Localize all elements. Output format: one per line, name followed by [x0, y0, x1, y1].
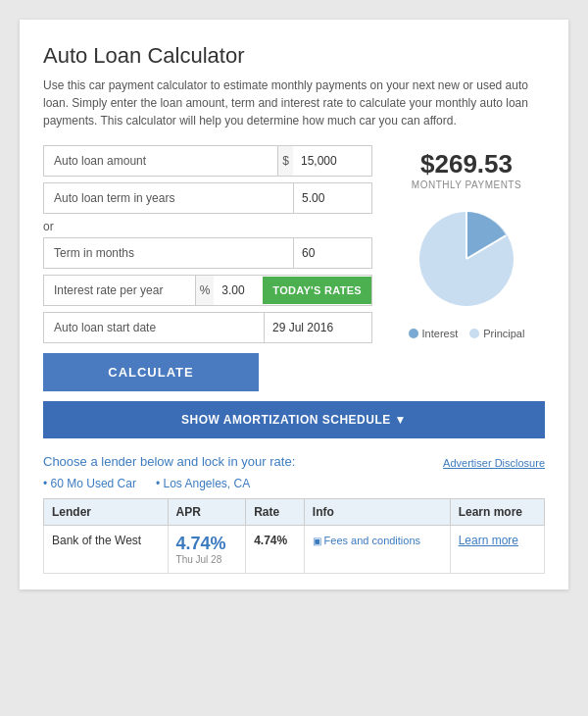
- loan-term-years-row: Auto loan term in years: [43, 182, 372, 214]
- interest-color-dot: [409, 329, 418, 338]
- term-months-input[interactable]: [293, 238, 371, 268]
- lender-section: Choose a lender below and lock in your r…: [43, 454, 545, 574]
- apr-value: 4.74%: [176, 534, 226, 553]
- lender-header: Choose a lender below and lock in your r…: [43, 454, 545, 469]
- col-rate: Rate: [246, 499, 305, 526]
- filter-60mo[interactable]: 60 Mo Used Car: [43, 477, 136, 490]
- dollar-symbol: $: [277, 146, 293, 176]
- term-months-label: Term in months: [44, 238, 293, 268]
- filter-location[interactable]: Los Angeles, CA: [156, 477, 250, 490]
- loan-amount-input[interactable]: [293, 146, 371, 176]
- chart-legend: Interest Principal: [409, 328, 525, 339]
- interest-legend: Interest: [409, 328, 459, 339]
- start-date-label: Auto loan start date: [44, 313, 264, 342]
- interest-rate-row: Interest rate per year % TODAY'S RATES: [43, 275, 372, 306]
- monthly-amount: $269.53: [420, 149, 513, 179]
- calculate-button[interactable]: CALCULATE: [43, 353, 259, 391]
- lender-title: Choose a lender below and lock in your r…: [43, 454, 295, 469]
- lender-apr: 4.74% Thu Jul 28: [168, 526, 246, 574]
- percent-symbol: %: [195, 276, 215, 305]
- col-learn-more: Learn more: [450, 499, 544, 526]
- page-description: Use this car payment calculator to estim…: [43, 77, 545, 129]
- result-panel: $269.53 MONTHLY PAYMENTS: [388, 145, 545, 391]
- col-info: Info: [304, 499, 450, 526]
- filter-row: 60 Mo Used Car Los Angeles, CA: [43, 477, 545, 490]
- auto-loan-calculator: Auto Loan Calculator Use this car paymen…: [20, 20, 568, 589]
- start-date-input[interactable]: [264, 313, 371, 342]
- advertiser-disclosure-link[interactable]: Advertiser Disclosure: [443, 457, 545, 469]
- loan-amount-label: Auto loan amount: [44, 146, 277, 176]
- form-section: Auto loan amount $ Auto loan term in yea…: [43, 145, 372, 391]
- loan-term-years-input[interactable]: [293, 183, 371, 213]
- principal-color-dot: [469, 329, 479, 338]
- or-label: or: [43, 220, 372, 233]
- page-title: Auto Loan Calculator: [43, 43, 545, 69]
- main-content: Auto loan amount $ Auto loan term in yea…: [43, 145, 545, 391]
- col-apr: APR: [168, 499, 246, 526]
- principal-legend-label: Principal: [483, 328, 524, 339]
- pie-chart: [408, 200, 525, 318]
- todays-rates-button[interactable]: TODAY'S RATES: [263, 277, 371, 304]
- lender-learn-more: Learn more: [450, 526, 544, 574]
- monthly-label: MONTHLY PAYMENTS: [412, 179, 521, 190]
- principal-legend: Principal: [469, 328, 524, 339]
- interest-legend-label: Interest: [422, 328, 459, 339]
- fees-link[interactable]: Fees and conditions: [313, 535, 420, 546]
- lender-table: Lender APR Rate Info Learn more Bank of …: [43, 498, 545, 574]
- interest-rate-label: Interest rate per year: [44, 276, 195, 305]
- start-date-row: Auto loan start date: [43, 312, 372, 343]
- learn-more-link[interactable]: Learn more: [459, 534, 518, 547]
- lender-name: Bank of the West: [44, 526, 169, 574]
- loan-term-years-label: Auto loan term in years: [44, 183, 293, 213]
- interest-rate-input[interactable]: [214, 276, 263, 305]
- col-lender: Lender: [44, 499, 169, 526]
- table-row: Bank of the West 4.74% Thu Jul 28 4.74% …: [44, 526, 545, 574]
- amortization-button[interactable]: SHOW AMORTIZATION SCHEDULE ▼: [43, 401, 545, 438]
- loan-amount-row: Auto loan amount $: [43, 145, 372, 177]
- term-months-row: Term in months: [43, 237, 372, 269]
- table-header-row: Lender APR Rate Info Learn more: [44, 499, 545, 526]
- apr-date: Thu Jul 28: [176, 554, 238, 565]
- rate-value: 4.74%: [254, 534, 287, 547]
- lender-info: Fees and conditions: [304, 526, 450, 574]
- lender-rate: 4.74%: [246, 526, 305, 574]
